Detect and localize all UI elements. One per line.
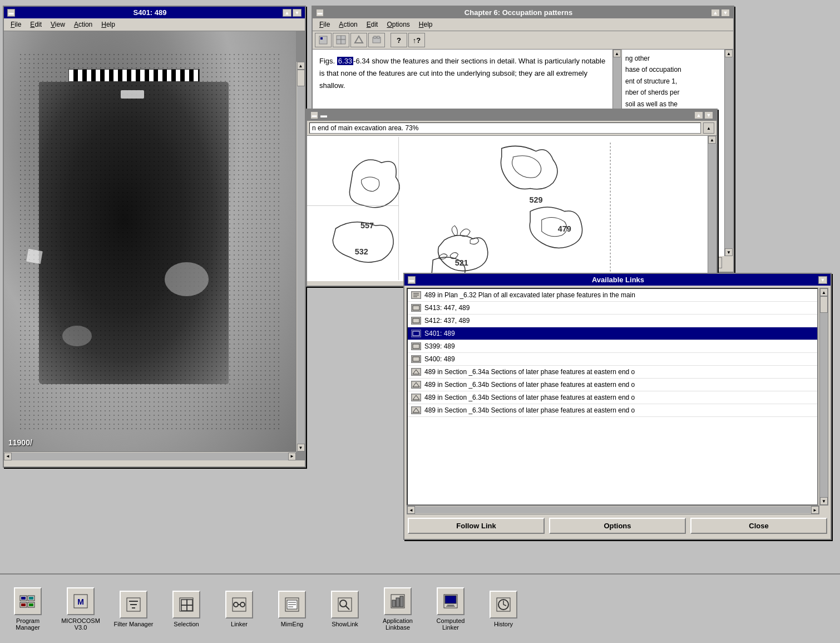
toolbar-btn-6[interactable]: ↑?	[408, 33, 425, 47]
chapter-menu-action[interactable]: Action	[334, 19, 362, 30]
taskbar-item-linker[interactable]: Linker	[217, 591, 261, 627]
link-item-3[interactable]: S412: 437, 489	[408, 315, 817, 327]
history-icon	[490, 591, 517, 619]
link-icon-1	[411, 291, 421, 299]
chapter-toolbar: ? ↑?	[313, 31, 733, 50]
sidebar-text-1: ng other	[625, 53, 721, 64]
taskbar-item-mimeng[interactable]: MimEng	[270, 591, 314, 627]
toolbar-btn-2[interactable]	[333, 33, 349, 47]
photo-menu-view[interactable]: View	[46, 19, 70, 30]
link-item-4[interactable]: S401: 489	[408, 327, 817, 340]
right-scroll-track	[725, 57, 733, 248]
options-button[interactable]: Options	[549, 518, 686, 534]
chapter-minimize-btn[interactable]: ▲	[711, 9, 720, 17]
taskbar-item-computed-linker[interactable]: ComputedLinker	[428, 587, 473, 631]
right-scroll-down[interactable]: ▼	[725, 248, 733, 256]
links-scrollbar-v[interactable]: ▲ ▼	[819, 288, 828, 505]
scroll-up-btn[interactable]: ▲	[297, 62, 305, 70]
photo-minimize-btn[interactable]: ▲	[283, 9, 291, 17]
chapter-menu-edit[interactable]: Edit	[362, 19, 383, 30]
map-window-title: ▬	[320, 111, 694, 119]
links-scroll-left[interactable]: ◄	[407, 506, 415, 514]
chapter-scroll-up[interactable]: ▲	[613, 50, 621, 57]
photo-maximize-btn[interactable]: ▼	[293, 9, 302, 17]
photo-title-icon: ▬	[7, 9, 15, 17]
chapter-menu-file[interactable]: File	[315, 19, 334, 30]
svg-rect-36	[21, 597, 26, 600]
link-icon-8	[411, 381, 421, 389]
svg-rect-68	[396, 598, 399, 607]
taskbar-item-filter-manager[interactable]: Filter Manager	[111, 591, 156, 627]
toolbar-btn-3[interactable]	[350, 33, 367, 47]
right-scroll-up[interactable]: ▲	[725, 50, 733, 57]
link-label-5: S399: 489	[424, 342, 455, 350]
map-title-input[interactable]	[309, 122, 701, 134]
filter-manager-icon	[120, 591, 147, 619]
figure-link-highlight[interactable]: 6.33	[337, 57, 353, 65]
link-label-8: 489 in Section _6.34b Sections of later …	[424, 381, 635, 389]
link-item-8[interactable]: 489 in Section _6.34b Sections of later …	[408, 379, 817, 391]
links-maximize-btn[interactable]: ▼	[818, 276, 827, 284]
scroll-down-btn[interactable]: ▼	[297, 444, 305, 451]
link-item-10[interactable]: 489 in Section _6.34b Sections of later …	[408, 404, 817, 417]
map-label-521: 521	[455, 258, 468, 267]
map-label-479: 479	[558, 224, 571, 233]
taskbar-item-program-manager[interactable]: ProgramManager	[6, 587, 50, 631]
map-svg: 557 529 532 479	[307, 136, 708, 281]
taskbar-label-linker: Linker	[231, 621, 248, 627]
link-item-2[interactable]: S413: 447, 489	[408, 302, 817, 315]
map-scroll-up-btn[interactable]: ▲	[703, 122, 714, 134]
chapter-menu-help[interactable]: Help	[414, 19, 437, 30]
taskbar-label-application-linkbase: ApplicationLinkbase	[383, 617, 413, 631]
scroll-track-v[interactable]	[297, 70, 305, 444]
link-item-9[interactable]: 489 in Section _6.34b Sections of later …	[408, 391, 817, 404]
links-scroll-right[interactable]: ►	[811, 506, 819, 514]
scroll-left-btn[interactable]: ◄	[4, 453, 12, 460]
photo-scrollbar-v[interactable]: ▲ ▼	[296, 62, 305, 451]
photo-menu-edit[interactable]: Edit	[26, 19, 46, 30]
link-label-2: S413: 447, 489	[424, 304, 470, 312]
taskbar-item-history[interactable]: History	[481, 591, 526, 627]
photo-menu-help[interactable]: Help	[97, 19, 120, 30]
taskbar-item-selection[interactable]: Selection	[164, 591, 209, 627]
taskbar-item-showlink[interactable]: ShowLink	[323, 591, 367, 627]
map-title-icon: ▬	[310, 111, 318, 119]
photo-menu-action[interactable]: Action	[70, 19, 97, 30]
links-scroll-up[interactable]: ▲	[820, 288, 828, 296]
close-button[interactable]: Close	[690, 518, 827, 534]
svg-rect-69	[400, 596, 403, 607]
map-scroll-up[interactable]: ▲	[708, 136, 716, 144]
map-scroll-track	[708, 144, 717, 273]
map-label-529: 529	[529, 195, 542, 204]
map-minimize-btn[interactable]: ▲	[694, 111, 703, 119]
toolbar-btn-4[interactable]	[368, 33, 385, 47]
photo-menu-file[interactable]: File	[6, 19, 26, 30]
link-item-6[interactable]: S400: 489	[408, 353, 817, 366]
link-item-1[interactable]: 489 in Plan _6.32 Plan of all excavated …	[408, 289, 817, 302]
chapter-right-scrollbar[interactable]: ▲ ▼	[724, 50, 733, 256]
svg-rect-40	[21, 603, 26, 606]
chapter-menu-options[interactable]: Options	[382, 19, 414, 30]
links-scroll-down[interactable]: ▼	[820, 497, 828, 505]
map-maximize-btn[interactable]: ▼	[704, 111, 713, 119]
link-item-5[interactable]: S399: 489	[408, 340, 817, 353]
taskbar-item-microcosm[interactable]: M MICROCOSMV3.0	[58, 587, 103, 631]
link-icon-7	[411, 368, 421, 376]
toolbar-spacer	[386, 33, 389, 47]
link-item-7[interactable]: 489 in Section _6.34a Sections of later …	[408, 366, 817, 379]
photo-window: ▬ S401: 489 ▲ ▼ File Edit View Action He…	[3, 6, 306, 468]
toolbar-btn-5[interactable]: ?	[391, 33, 407, 47]
links-list[interactable]: 489 in Plan _6.32 Plan of all excavated …	[407, 288, 818, 505]
taskbar-label-computed-linker: ComputedLinker	[437, 617, 465, 631]
taskbar-item-application-linkbase[interactable]: ApplicationLinkbase	[375, 587, 420, 631]
link-label-6: S400: 489	[424, 355, 455, 363]
scroll-right-btn[interactable]: ►	[288, 453, 296, 460]
map-scrollbar-v[interactable]: ▲ ▼	[708, 136, 717, 281]
photo-content: 11900/ ▲ ▼ ◄ ►	[4, 31, 305, 460]
toolbar-btn-1[interactable]	[315, 33, 332, 47]
chapter-maximize-btn[interactable]: ▼	[721, 9, 730, 17]
photo-scrollbar-h[interactable]: ◄ ►	[4, 451, 296, 460]
links-scrollbar-h[interactable]: ◄ ►	[407, 505, 819, 514]
links-titlebar: ▬ Available Links ▼	[404, 274, 831, 286]
follow-link-button[interactable]: Follow Link	[408, 518, 545, 534]
